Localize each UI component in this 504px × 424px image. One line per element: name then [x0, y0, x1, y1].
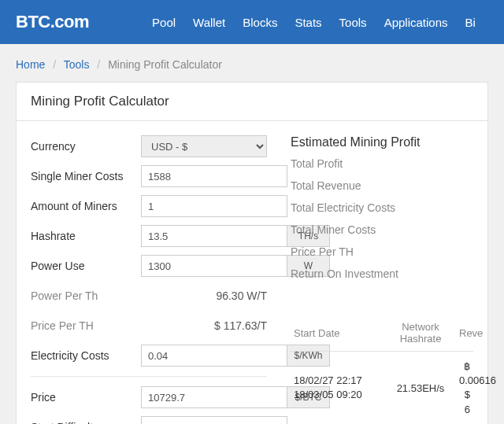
power-use-label: Power Use: [31, 260, 141, 272]
amount-of-miners-input[interactable]: [141, 195, 287, 217]
power-per-th-value: 96.30 W/T: [141, 289, 267, 302]
power-use-input[interactable]: [141, 255, 287, 277]
table-row: 18/02/27 22:17 18/03/05 09:20 21.53EH/s …: [291, 352, 473, 424]
app-header: BTC.com Pool Wallet Blocks Stats Tools A…: [0, 0, 504, 44]
price-label: Price: [31, 391, 141, 404]
breadcrumb-sep: /: [97, 58, 100, 71]
start-difficulty-label: Start Difficulty: [31, 421, 141, 424]
electricity-costs-input[interactable]: [141, 345, 287, 367]
stat-total-profit: Total Profit: [291, 157, 473, 170]
breadcrumb-home[interactable]: Home: [16, 58, 45, 71]
stat-total-electricity-costs: Total Electricity Costs: [291, 201, 473, 214]
power-per-th-label: Power Per Th: [31, 289, 141, 302]
results-title: Estimated Mining Profit: [291, 135, 473, 149]
row-rev-usd: $ 6: [459, 388, 470, 416]
currency-select[interactable]: USD - $: [141, 135, 267, 157]
single-miner-costs-label: Single Miner Costs: [31, 170, 141, 183]
breadcrumb-sep: /: [53, 58, 56, 71]
row-date-start: 18/02/27 22:17: [294, 374, 382, 388]
electricity-costs-label: Electricity Costs: [31, 349, 141, 362]
logo[interactable]: BTC.com: [16, 12, 89, 32]
results-table: Start Date Network Hashrate Reve 18/02/2…: [291, 315, 473, 424]
nav-bitcoin[interactable]: Bi: [465, 16, 476, 29]
price-input[interactable]: [141, 386, 287, 408]
stat-total-revenue: Total Revenue: [291, 179, 473, 192]
col-network-hashrate: Network Hashrate: [385, 321, 456, 345]
col-revenue: Reve: [456, 327, 473, 339]
table-header: Start Date Network Hashrate Reve: [291, 315, 473, 352]
price-per-th-label: Price Per TH: [31, 319, 141, 332]
amount-of-miners-label: Amount of Miners: [31, 200, 141, 212]
row-hashrate: 21.53EH/s: [385, 382, 456, 394]
page-title: Mining Profit Calculator: [17, 83, 487, 121]
price-per-th-value: $ 117.63/T: [141, 319, 267, 332]
stat-price-per-th: Price Per TH: [291, 245, 473, 258]
breadcrumb-current: Mining Profit Calculator: [108, 58, 222, 71]
results-panel: Estimated Mining Profit Total Profit Tot…: [291, 135, 473, 424]
nav-applications[interactable]: Applications: [384, 16, 448, 29]
breadcrumb: Home / Tools / Mining Profit Calculator: [16, 58, 488, 71]
start-difficulty-input[interactable]: [141, 416, 287, 424]
hashrate-label: Hashrate: [31, 230, 141, 242]
row-date-end: 18/03/05 09:20: [294, 388, 382, 402]
col-start-date: Start Date: [291, 327, 385, 339]
currency-label: Currency: [31, 140, 141, 153]
hashrate-input[interactable]: [141, 225, 287, 247]
nav-tools[interactable]: Tools: [339, 16, 367, 29]
nav-blocks[interactable]: Blocks: [243, 16, 277, 29]
row-rev-btc: ฿ 0.00616: [459, 359, 470, 388]
nav-wallet[interactable]: Wallet: [193, 16, 225, 29]
stat-roi: Return On Investment: [291, 267, 473, 280]
single-miner-costs-input[interactable]: [141, 165, 287, 187]
main-card: Mining Profit Calculator Currency USD - …: [16, 82, 488, 424]
nav-stats[interactable]: Stats: [295, 16, 321, 29]
form-divider: [31, 376, 267, 377]
nav-pool[interactable]: Pool: [152, 16, 176, 29]
form-panel: Currency USD - $ Single Miner Costs Amou…: [31, 135, 267, 424]
stat-total-miner-costs: Total Miner Costs: [291, 223, 473, 236]
main-nav: Pool Wallet Blocks Stats Tools Applicati…: [152, 16, 476, 29]
breadcrumb-tools[interactable]: Tools: [64, 58, 90, 71]
content-area: Home / Tools / Mining Profit Calculator …: [0, 44, 504, 424]
